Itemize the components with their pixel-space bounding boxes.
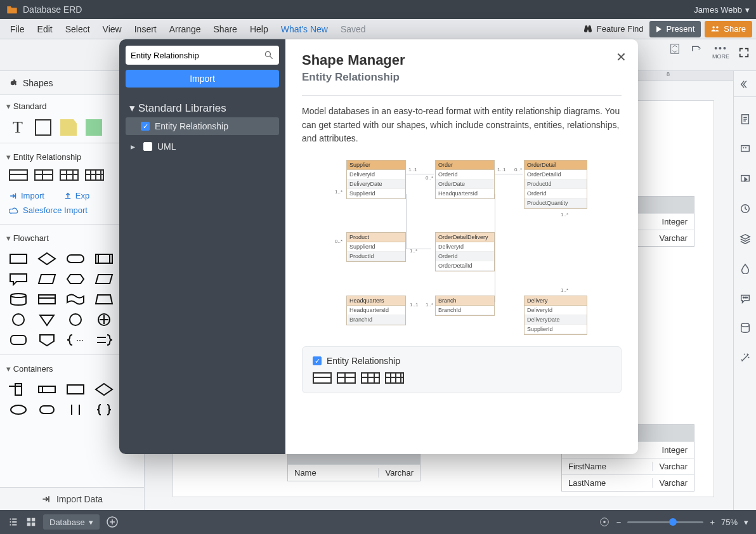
- er-shape-2[interactable]: [34, 169, 53, 181]
- stepper-icon[interactable]: [669, 43, 681, 55]
- checkbox-icon[interactable]: [143, 142, 152, 151]
- layers-icon[interactable]: [740, 233, 751, 246]
- er-shape-1[interactable]: [9, 169, 28, 181]
- expand-icon[interactable]: ▸: [129, 141, 136, 152]
- chevron-down-icon[interactable]: ▾: [744, 518, 748, 527]
- close-icon[interactable]: ✕: [616, 49, 627, 65]
- lib-item-uml[interactable]: ▸ UML: [126, 138, 279, 155]
- present-icon[interactable]: [740, 173, 751, 186]
- page-selector[interactable]: Database▾: [43, 514, 100, 530]
- line-route-icon[interactable]: [691, 43, 702, 55]
- svg-point-33: [745, 297, 746, 298]
- menu-whats-new[interactable]: What's New: [275, 20, 334, 38]
- fc-tri[interactable]: [37, 313, 56, 327]
- fc-diamond[interactable]: [37, 252, 56, 266]
- zoom-out[interactable]: −: [616, 518, 622, 527]
- fc-circ2[interactable]: [66, 313, 85, 327]
- fc-circle[interactable]: [9, 313, 28, 327]
- people-icon: [711, 25, 720, 33]
- share-button[interactable]: Share: [705, 21, 752, 37]
- zoom-slider[interactable]: [627, 521, 703, 523]
- er-shape-4[interactable]: [385, 372, 404, 384]
- shape-search[interactable]: [126, 46, 279, 65]
- target-icon[interactable]: [599, 516, 610, 528]
- import-icon: [9, 192, 18, 200]
- menu-edit[interactable]: Edit: [31, 20, 59, 38]
- ct-4[interactable]: [94, 382, 114, 396]
- text-shape[interactable]: T: [9, 119, 27, 136]
- rect-shape[interactable]: [34, 119, 52, 136]
- document-title[interactable]: Database ERD: [23, 4, 82, 15]
- present-button[interactable]: Present: [649, 21, 701, 37]
- fc-wave[interactable]: [66, 292, 85, 306]
- checkbox-icon[interactable]: ✓: [141, 122, 150, 131]
- svg-point-9: [13, 314, 24, 325]
- menu-arrange[interactable]: Arrange: [163, 20, 207, 38]
- menu-help[interactable]: Help: [244, 20, 275, 38]
- user-menu[interactable]: James Webb ▾: [694, 5, 750, 15]
- fc-rect[interactable]: [9, 252, 28, 266]
- note-shape[interactable]: [60, 119, 77, 136]
- import-data-button[interactable]: Import Data: [0, 487, 144, 510]
- menu-view[interactable]: View: [96, 20, 128, 38]
- fc-trapl[interactable]: [37, 272, 56, 286]
- menu-share[interactable]: Share: [207, 20, 244, 38]
- fc-callout[interactable]: [9, 272, 28, 286]
- add-page-icon[interactable]: [106, 516, 119, 528]
- block-shape[interactable]: [85, 119, 103, 136]
- ct-7[interactable]: [37, 403, 56, 417]
- checkbox-icon[interactable]: ✓: [313, 356, 322, 365]
- ct-3[interactable]: [66, 382, 85, 396]
- fc-cyl[interactable]: [9, 292, 28, 306]
- import-link[interactable]: Import: [9, 191, 44, 200]
- fc-para[interactable]: [94, 272, 114, 286]
- shape-manager-modal: Import Standard Libraries ✓ Entity Relat…: [119, 39, 638, 454]
- er-shape-3[interactable]: [60, 169, 79, 181]
- doc-icon[interactable]: [740, 114, 751, 127]
- fullscreen-icon[interactable]: [738, 47, 750, 60]
- clock-icon[interactable]: [740, 203, 751, 216]
- import-shapes-button[interactable]: Import: [126, 70, 279, 88]
- search-input[interactable]: [131, 51, 264, 60]
- magic-icon[interactable]: [740, 352, 751, 365]
- ct-6[interactable]: [9, 403, 28, 417]
- comment-icon[interactable]: [740, 143, 751, 157]
- zoom-in[interactable]: +: [710, 518, 715, 527]
- ct-8[interactable]: [66, 403, 85, 417]
- svg-point-10: [70, 314, 81, 325]
- er-shape-2[interactable]: [337, 372, 356, 384]
- grid-view-icon[interactable]: [25, 516, 37, 528]
- er-shape-1[interactable]: [313, 372, 332, 384]
- folder-icon: [6, 5, 18, 14]
- database-icon[interactable]: [740, 322, 751, 335]
- er-shape-3[interactable]: [361, 372, 380, 384]
- fc-cross[interactable]: [94, 313, 114, 327]
- ct-1[interactable]: [9, 382, 28, 396]
- svg-rect-1: [10, 254, 27, 263]
- menu-insert[interactable]: Insert: [128, 20, 163, 38]
- er-shape-4[interactable]: [85, 169, 104, 181]
- chat-icon[interactable]: [740, 292, 751, 306]
- more-button[interactable]: ••• MORE: [712, 43, 729, 60]
- export-link[interactable]: Exp: [63, 191, 89, 200]
- menu-file[interactable]: File: [4, 20, 31, 38]
- fc-lines[interactable]: [94, 333, 114, 347]
- feature-find[interactable]: Feature Find: [583, 24, 644, 34]
- fc-double[interactable]: [94, 252, 114, 266]
- fc-trap[interactable]: [94, 292, 114, 306]
- library-header[interactable]: Standard Libraries: [126, 101, 279, 115]
- ink-icon[interactable]: [740, 263, 751, 276]
- lib-item-entity-relationship[interactable]: ✓ Entity Relationship: [126, 117, 279, 135]
- ct-2[interactable]: [37, 382, 56, 396]
- zoom-value[interactable]: 75%: [721, 518, 738, 527]
- fc-pill[interactable]: [66, 252, 85, 266]
- fc-brace[interactable]: ⋯: [66, 333, 85, 347]
- fc-round[interactable]: [9, 333, 28, 347]
- list-view-icon[interactable]: [8, 516, 19, 528]
- fc-hex[interactable]: [66, 272, 85, 286]
- ct-9[interactable]: [94, 403, 114, 417]
- menu-select[interactable]: Select: [59, 20, 96, 38]
- fc-card[interactable]: [37, 292, 56, 306]
- collapse-dock[interactable]: [734, 79, 756, 97]
- fc-shield[interactable]: [37, 333, 56, 347]
